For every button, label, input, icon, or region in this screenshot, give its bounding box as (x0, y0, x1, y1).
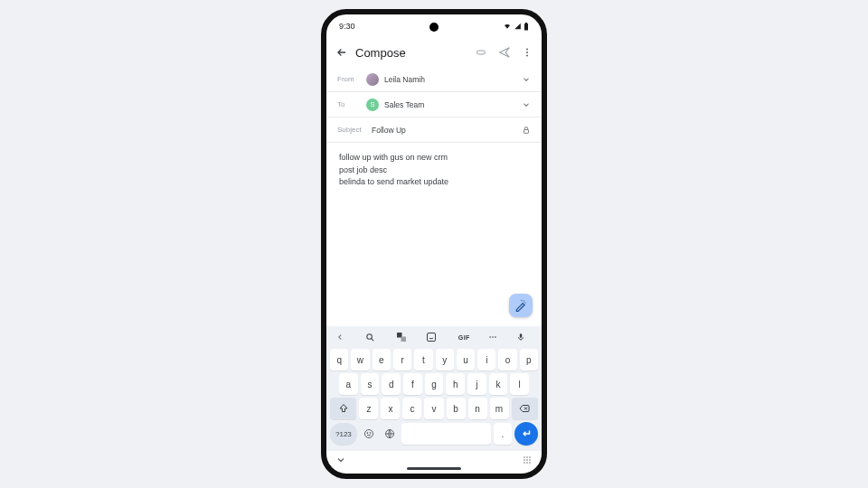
attach-button[interactable] (475, 47, 487, 58)
send-icon (498, 46, 511, 59)
svg-rect-6 (524, 129, 529, 133)
body-line: belinda to send market update (339, 176, 529, 189)
key-backspace[interactable] (512, 398, 538, 419)
kb-more-button[interactable] (486, 333, 503, 342)
key-l[interactable]: l (510, 373, 529, 395)
key-t[interactable]: t (414, 349, 432, 371)
phone-frame: 9:30 Compose From Leila Namih To (321, 9, 547, 479)
email-body[interactable]: follow up with gus on new crm post job d… (326, 143, 542, 326)
key-o[interactable]: o (498, 349, 516, 371)
signal-icon (514, 23, 522, 30)
key-b[interactable]: b (447, 398, 466, 419)
magic-pen-icon (514, 299, 527, 312)
mic-icon (516, 332, 525, 343)
keyboard-row-1: q w e r t y u i o p (330, 349, 538, 371)
kb-translate-button[interactable] (396, 332, 412, 343)
kb-mic-button[interactable] (516, 332, 533, 343)
key-i[interactable]: i (477, 349, 495, 371)
svg-point-17 (370, 433, 371, 434)
battery-icon (524, 23, 529, 31)
key-g[interactable]: g (425, 373, 444, 395)
wifi-icon (503, 23, 512, 30)
keyboard-row-2: a s d f g h j k l (330, 373, 538, 395)
keyboard-collapse-button[interactable] (335, 455, 346, 465)
key-w[interactable]: w (351, 349, 369, 371)
enter-icon (520, 427, 533, 440)
from-field[interactable]: From Leila Namih (326, 67, 542, 92)
svg-rect-10 (427, 333, 435, 342)
svg-point-19 (524, 456, 525, 458)
svg-rect-0 (524, 23, 528, 31)
kb-back-button[interactable] (335, 333, 352, 342)
keyboard-row-3: z x c v b n m (330, 398, 538, 419)
key-shift[interactable] (330, 398, 356, 419)
key-d[interactable]: d (382, 373, 401, 395)
svg-point-27 (529, 462, 531, 464)
back-button[interactable] (335, 46, 348, 59)
to-expand[interactable] (522, 100, 531, 109)
key-k[interactable]: k (489, 373, 508, 395)
kb-search-button[interactable] (365, 333, 382, 343)
status-icons (503, 23, 529, 31)
grid-icon (522, 455, 533, 465)
key-space[interactable] (401, 423, 491, 445)
svg-point-11 (489, 336, 491, 338)
key-e[interactable]: e (373, 349, 391, 371)
camera-cutout (429, 23, 439, 32)
kb-gif-button[interactable]: GIF (456, 334, 472, 341)
key-j[interactable]: j (467, 373, 486, 395)
keyboard-row-4: ?123 . (330, 422, 538, 446)
svg-point-5 (526, 55, 528, 57)
key-n[interactable]: n (468, 398, 487, 419)
subject-field[interactable]: Subject Follow Up (326, 117, 542, 143)
chevron-down-icon (335, 455, 346, 465)
key-enter[interactable] (514, 422, 538, 446)
key-c[interactable]: c (402, 398, 421, 419)
search-icon (365, 333, 375, 343)
svg-point-25 (524, 462, 525, 464)
from-avatar (366, 73, 379, 86)
status-time: 9:30 (339, 22, 355, 31)
app-bar: Compose (326, 38, 542, 67)
svg-point-23 (526, 459, 528, 461)
key-language[interactable] (381, 423, 399, 445)
key-x[interactable]: x (381, 398, 400, 419)
keyboard: GIF q w e r t y u i o p a s d f g h (326, 326, 542, 451)
key-numbers[interactable]: ?123 (330, 423, 357, 445)
key-r[interactable]: r (393, 349, 411, 371)
keyboard-grid-button[interactable] (522, 455, 533, 465)
key-z[interactable]: z (359, 398, 378, 419)
svg-point-3 (526, 49, 528, 51)
key-q[interactable]: q (330, 349, 348, 371)
svg-rect-9 (401, 337, 406, 343)
to-avatar: S (366, 99, 379, 111)
key-f[interactable]: f (403, 373, 422, 395)
chevron-down-icon (522, 75, 531, 84)
svg-point-16 (367, 433, 368, 434)
from-expand[interactable] (522, 75, 531, 84)
key-p[interactable]: p (520, 349, 538, 371)
overflow-button[interactable] (522, 46, 533, 59)
translate-icon (396, 332, 407, 343)
kb-sticker-button[interactable] (426, 332, 442, 343)
key-v[interactable]: v (424, 398, 443, 419)
body-line: post job desc (339, 164, 529, 177)
send-button[interactable] (498, 46, 511, 59)
key-m[interactable]: m (490, 398, 509, 419)
key-period[interactable]: . (494, 423, 512, 445)
key-h[interactable]: h (446, 373, 465, 395)
page-title: Compose (355, 46, 406, 60)
key-y[interactable]: y (436, 349, 454, 371)
to-field[interactable]: To S Sales Team (326, 92, 542, 117)
confidential-button[interactable] (522, 126, 531, 135)
home-indicator[interactable] (407, 467, 461, 470)
key-emoji[interactable] (360, 423, 378, 445)
smart-compose-fab[interactable] (509, 294, 533, 317)
key-u[interactable]: u (457, 349, 475, 371)
key-s[interactable]: s (361, 373, 380, 395)
emoji-icon (363, 428, 374, 439)
more-horiz-icon (486, 333, 499, 342)
body-line: follow up with gus on new crm (339, 152, 529, 164)
key-a[interactable]: a (339, 373, 358, 395)
lock-icon (522, 126, 531, 135)
